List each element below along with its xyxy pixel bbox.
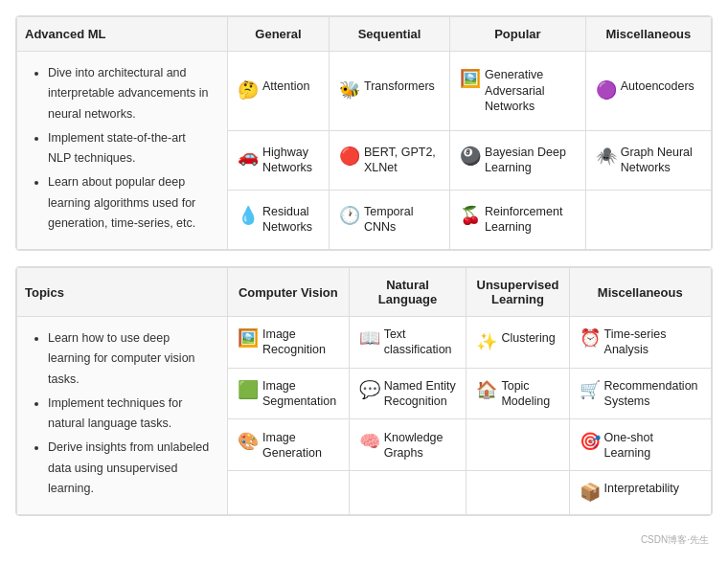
topic-cell xyxy=(466,419,569,471)
cell-icon: 🤔 xyxy=(238,79,259,102)
topic-cell: 🤔Attention xyxy=(228,52,330,131)
cell-icon: 🐝 xyxy=(339,79,360,102)
cell-icon: 🚗 xyxy=(238,145,259,169)
cell-icon: 📖 xyxy=(359,327,380,350)
cell-label: Text classification xyxy=(384,327,457,358)
bullet-item: Derive insights from unlabeled data usin… xyxy=(48,438,212,499)
cell-label: Reinforcement Learning xyxy=(485,204,576,236)
cell-label: Named Entity Recognition xyxy=(384,378,457,410)
cell-label: One-shot Learning xyxy=(604,430,701,462)
cell-icon: 🎱 xyxy=(460,145,481,169)
topic-cell: ✨Clustering xyxy=(466,317,569,369)
topic-cell: 🍒Reinforcement Learning xyxy=(450,190,586,249)
topic-cell: 🎱Bayesian Deep Learning xyxy=(450,130,586,190)
cell-icon: ✨ xyxy=(476,330,497,354)
topic-cell: 🧠Knowledge Graphs xyxy=(349,419,466,471)
col-sequential: Sequential xyxy=(330,17,450,52)
topic-cell: 🔴BERT, GPT2, XLNet xyxy=(330,130,450,190)
cell-icon: 🎯 xyxy=(580,430,601,454)
cell-label: Clustering xyxy=(501,330,555,346)
cell-content: 🤔Attention xyxy=(238,79,319,102)
watermark: CSDN博客·先生 xyxy=(15,531,713,549)
cell-label: Image Recognition xyxy=(262,327,339,358)
topics-header: Topics xyxy=(17,268,228,317)
topic-cell: 🖼️Generative Adversarial Networks xyxy=(450,52,586,131)
cell-content: 🎱Bayesian Deep Learning xyxy=(460,145,576,176)
col-unsup: Unsupervised Learning xyxy=(466,268,569,317)
topic-cell xyxy=(585,190,711,249)
cell-icon: ⏰ xyxy=(580,327,601,350)
topic-cell: ⏰Time-series Analysis xyxy=(569,317,711,369)
cell-icon: 🛒 xyxy=(580,378,601,402)
topic-cell: 💬Named Entity Recognition xyxy=(349,368,466,419)
cell-icon: 🖼️ xyxy=(238,327,259,350)
bullet-item: Learn about popular deep learning algori… xyxy=(48,172,212,234)
col-cv: Computer Vision xyxy=(228,268,350,317)
topic-cell: 💧Residual Networks xyxy=(228,190,330,249)
col-general: General xyxy=(228,17,330,52)
cell-content: 🖼️Image Recognition xyxy=(238,327,339,358)
cell-content: 🍒Reinforcement Learning xyxy=(460,204,576,236)
topic-cell: 🎯One-shot Learning xyxy=(569,419,711,471)
cell-content: 💧Residual Networks xyxy=(238,204,319,236)
cell-content: 🧠Knowledge Graphs xyxy=(359,430,457,462)
cell-content: 💬Named Entity Recognition xyxy=(359,378,457,410)
left-content-cell: Learn how to use deep learning for compu… xyxy=(17,317,228,515)
cell-icon: 🕷️ xyxy=(596,145,617,169)
bullet-item: Dive into architectural and interpretabl… xyxy=(48,63,212,124)
cell-content: 🟩Image Segmentation xyxy=(238,378,339,410)
cell-label: Image Generation xyxy=(262,430,339,462)
cell-content: 🔴BERT, GPT2, XLNet xyxy=(339,145,440,176)
cell-content: 🎯One-shot Learning xyxy=(580,430,701,462)
cell-content: 🎨Image Generation xyxy=(238,430,339,462)
cell-content: 📦Interpretability xyxy=(580,481,701,505)
left-content-cell: Dive into architectural and interpretabl… xyxy=(17,52,228,250)
cell-label: BERT, GPT2, XLNet xyxy=(364,145,440,176)
topic-cell: 🛒Recommendation Systems xyxy=(569,368,711,419)
cell-icon: 💬 xyxy=(359,378,380,402)
cell-content: ⏰Time-series Analysis xyxy=(580,327,701,358)
topic-cell: 🕐Temporal CNNs xyxy=(330,190,450,249)
cell-content: 🕷️Graph Neural Networks xyxy=(596,145,701,176)
cell-label: Time-series Analysis xyxy=(604,327,701,358)
col-popular: Popular xyxy=(450,17,586,52)
cell-icon: 🎨 xyxy=(238,430,259,454)
cell-content: 🐝Transformers xyxy=(339,79,440,102)
cell-icon: 🕐 xyxy=(339,204,360,228)
cell-label: Knowledge Graphs xyxy=(384,430,457,462)
bullet-item: Implement state-of-the-art NLP technique… xyxy=(48,128,212,169)
cell-label: Temporal CNNs xyxy=(364,204,440,236)
cell-label: Attention xyxy=(262,79,309,94)
cell-icon: 🔴 xyxy=(339,145,360,169)
col-misc: Miscellaneous xyxy=(585,17,711,52)
cell-icon: 🟣 xyxy=(596,79,617,102)
cell-label: Graph Neural Networks xyxy=(621,145,701,176)
cell-label: Bayesian Deep Learning xyxy=(485,145,576,176)
topic-cell xyxy=(466,471,569,515)
cell-label: Image Segmentation xyxy=(262,378,339,410)
cell-icon: 🍒 xyxy=(460,204,481,228)
topic-cell: 🕷️Graph Neural Networks xyxy=(585,130,711,190)
cell-label: Topic Modeling xyxy=(501,378,558,410)
cell-content: 🏠Topic Modeling xyxy=(476,378,558,410)
cell-label: Residual Networks xyxy=(262,204,319,236)
cell-label: Transformers xyxy=(364,79,435,94)
cell-content: 🖼️Generative Adversarial Networks xyxy=(460,67,576,114)
topic-cell: 🟣Autoencoders xyxy=(585,52,711,131)
cell-content: 🛒Recommendation Systems xyxy=(580,378,701,410)
cell-content: 🚗Highway Networks xyxy=(238,145,319,176)
topic-cell: 🐝Transformers xyxy=(330,52,450,131)
bullet-item: Implement techniques for natural languag… xyxy=(48,394,212,435)
col-misc2: Miscellaneous xyxy=(569,268,711,317)
topic-cell: 🚗Highway Networks xyxy=(228,130,330,190)
cell-content: 🟣Autoencoders xyxy=(596,79,701,102)
cell-icon: 🏠 xyxy=(476,378,497,402)
topic-cell xyxy=(349,471,466,515)
topic-cell xyxy=(228,471,350,515)
cell-icon: 🖼️ xyxy=(460,67,481,91)
bullet-item: Learn how to use deep learning for compu… xyxy=(48,328,212,390)
cell-label: Generative Adversarial Networks xyxy=(485,67,576,114)
cell-label: Autoencoders xyxy=(621,79,694,94)
topic-cell: 🟩Image Segmentation xyxy=(228,368,350,419)
topic-cell: 🏠Topic Modeling xyxy=(466,368,569,419)
